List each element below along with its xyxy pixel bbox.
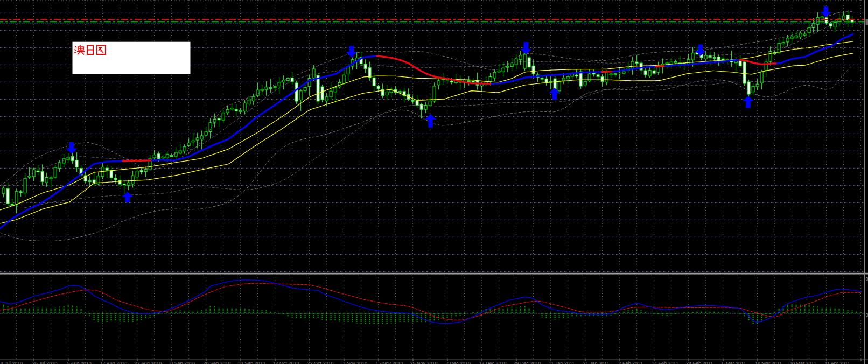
svg-text:14 Jul 2010: 14 Jul 2010 — [0, 361, 23, 364]
svg-text:11 Apr 2011: 11 Apr 2011 — [824, 361, 850, 364]
svg-text:12 Oct 2010: 12 Oct 2010 — [272, 361, 299, 364]
svg-text:14 Feb 2011: 14 Feb 2011 — [652, 361, 678, 364]
svg-text:2 Feb 2011: 2 Feb 2011 — [619, 361, 643, 364]
svg-text:26 Jul 2010: 26 Jul 2010 — [32, 361, 58, 364]
svg-text:27 Aug 2010: 27 Aug 2010 — [135, 361, 162, 364]
svg-text:5 Aug 2010: 5 Aug 2010 — [67, 361, 92, 364]
svg-text:22 Oct 2010: 22 Oct 2010 — [307, 361, 333, 364]
svg-text:30 Sep 2010: 30 Sep 2010 — [237, 361, 265, 364]
svg-text:0: 0 — [866, 276, 868, 282]
svg-text:29 Dec 2010: 29 Dec 2010 — [513, 361, 541, 364]
svg-text:8 Mar 2011: 8 Mar 2011 — [722, 361, 746, 364]
svg-text:0: 0 — [866, 312, 868, 318]
svg-text:7 Dec 2010: 7 Dec 2010 — [446, 361, 471, 364]
svg-text:17 Aug 2010: 17 Aug 2010 — [100, 361, 128, 364]
svg-text:8 Sep 2010: 8 Sep 2010 — [170, 361, 195, 364]
svg-text:24 Feb 2011: 24 Feb 2011 — [686, 361, 713, 364]
svg-text:3 Nov 2010: 3 Nov 2010 — [342, 361, 367, 364]
svg-text:25 Nov 2010: 25 Nov 2010 — [410, 361, 437, 364]
svg-text:30 Mar 2011: 30 Mar 2011 — [789, 361, 816, 364]
svg-text:17 Dec 2010: 17 Dec 2010 — [479, 361, 506, 364]
svg-text:21 Jan 2011: 21 Jan 2011 — [583, 361, 610, 364]
svg-text:15 Nov 2010: 15 Nov 2010 — [375, 361, 403, 364]
svg-text:18 Mar 2011: 18 Mar 2011 — [755, 361, 782, 364]
svg-text:11 Jan 2011: 11 Jan 2011 — [549, 361, 575, 364]
svg-text:20 Sep 2010: 20 Sep 2010 — [203, 361, 230, 364]
